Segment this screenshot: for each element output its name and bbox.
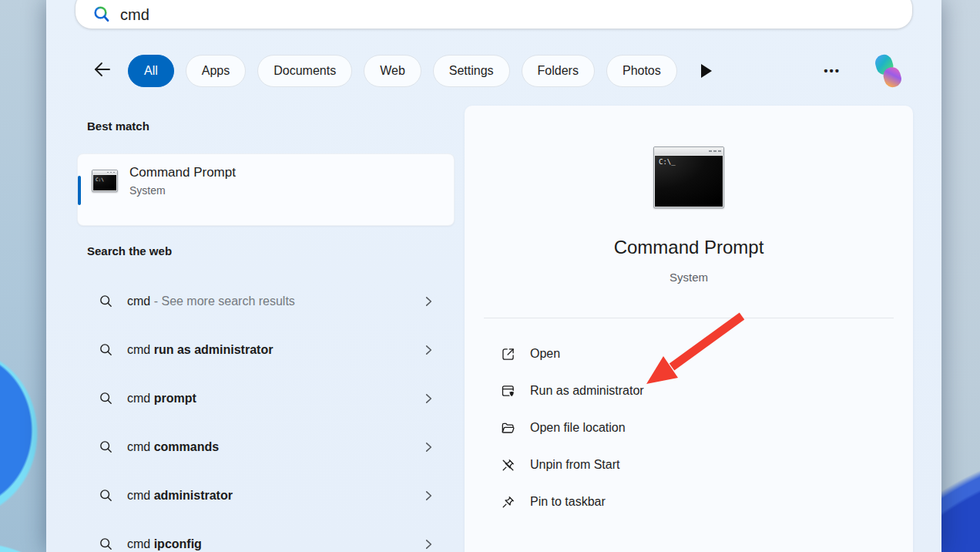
filter-tab-settings[interactable]: Settings	[433, 55, 510, 87]
filter-tab-folders[interactable]: Folders	[522, 55, 595, 87]
wallpaper-left-strip	[0, 0, 48, 552]
search-toolbar: All Apps Documents Web Settings Folders …	[46, 54, 941, 87]
more-options-ellipsis-icon[interactable]: •••	[824, 54, 841, 87]
web-suggestion-row[interactable]: cmd commands	[77, 422, 455, 471]
search-glass-icon	[99, 439, 113, 454]
action-run-as-administrator[interactable]: Run as administrator	[465, 372, 913, 409]
copilot-icon[interactable]	[871, 53, 906, 89]
search-glass-icon	[99, 391, 113, 406]
chevron-right-icon	[423, 538, 435, 550]
best-match-subtitle: System	[129, 184, 236, 197]
back-arrow-icon	[93, 60, 112, 82]
search-flyout-panel: All Apps Documents Web Settings Folders …	[46, 0, 941, 552]
command-prompt-icon: C:\	[92, 170, 118, 192]
divider	[484, 318, 894, 318]
command-prompt-icon-large: C:\_	[653, 146, 724, 208]
windows-search-screen: { "search": { "query": "cmd", "icon": "m…	[0, 0, 980, 552]
web-suggestion-row[interactable]: cmd - See more search results	[77, 277, 455, 325]
web-suggestion-row[interactable]: cmd prompt	[77, 374, 455, 422]
open-external-icon	[499, 345, 516, 362]
search-icon	[92, 5, 112, 28]
web-suggestion-row[interactable]: cmd administrator	[77, 471, 455, 520]
web-suggestion-row[interactable]: cmd ipconfig	[77, 520, 455, 552]
best-match-result[interactable]: C:\ Command Prompt System	[77, 153, 455, 226]
action-open-file-location[interactable]: Open file location	[465, 409, 913, 446]
filter-tab-all[interactable]: All	[128, 55, 174, 87]
run-as-admin-shield-icon	[499, 382, 516, 399]
web-suggestion-list: cmd - See more search results cmd run as…	[77, 277, 455, 552]
pin-icon	[499, 493, 516, 510]
folder-open-icon	[499, 419, 516, 436]
wallpaper-right-strip	[940, 0, 980, 552]
search-glass-icon	[99, 294, 113, 308]
filter-tab-web[interactable]: Web	[364, 55, 421, 87]
result-preview-panel: C:\_ Command Prompt System Open	[465, 106, 913, 552]
search-web-heading: Search the web	[87, 244, 172, 257]
back-button[interactable]	[91, 59, 114, 82]
pin-slash-icon	[499, 456, 516, 473]
best-match-title: Command Prompt	[129, 165, 236, 180]
preview-app-title: Command Prompt	[465, 237, 913, 258]
filter-tab-photos[interactable]: Photos	[606, 55, 677, 87]
action-pin-to-taskbar[interactable]: Pin to taskbar	[465, 483, 913, 520]
chevron-right-icon	[423, 490, 435, 501]
search-glass-icon	[99, 488, 113, 503]
search-glass-icon	[99, 342, 113, 357]
chevron-right-icon	[423, 344, 435, 355]
chevron-right-icon	[423, 295, 435, 307]
search-input[interactable]	[120, 1, 875, 29]
action-unpin-from-start[interactable]: Unpin from Start	[465, 446, 913, 483]
filter-tab-apps[interactable]: Apps	[186, 55, 246, 87]
search-glass-icon	[99, 537, 113, 551]
more-filters-play-icon[interactable]	[701, 64, 712, 78]
action-list: Open Run as administrator	[465, 335, 913, 520]
web-suggestion-row[interactable]: cmd run as administrator	[77, 325, 455, 374]
chevron-right-icon	[423, 441, 435, 453]
search-box[interactable]	[75, 0, 913, 29]
filter-tab-documents[interactable]: Documents	[257, 55, 352, 87]
chevron-right-icon	[423, 392, 435, 404]
preview-app-subtitle: System	[465, 271, 913, 284]
selection-accent-bar	[78, 176, 81, 205]
best-match-heading: Best match	[87, 119, 149, 133]
action-open[interactable]: Open	[465, 335, 913, 372]
